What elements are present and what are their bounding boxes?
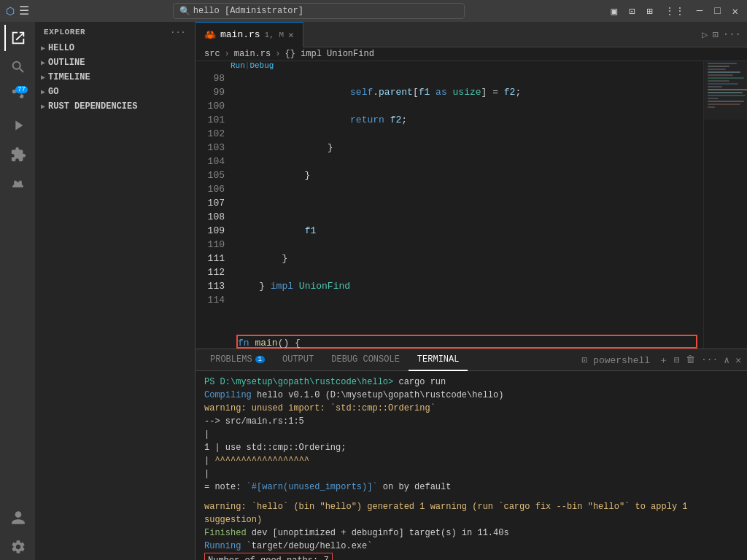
sidebar-item-timeline[interactable]: ▶ TIMELINE <box>35 70 195 85</box>
sidebar-title: EXPLORER <box>44 28 85 36</box>
activity-explorer-icon[interactable] <box>4 25 31 51</box>
terminal-line-14: Number of good paths: 7 <box>204 553 738 560</box>
main-layout: 77 EXPLORER ··· ▶ HELLO <box>0 22 747 560</box>
separator: | <box>245 61 250 70</box>
activity-settings-icon[interactable] <box>4 534 31 560</box>
code-content[interactable]: self.parent[f1 as usize] = f2; return f2… <box>231 71 703 349</box>
sidebar-item-go[interactable]: ▶ GO <box>35 85 195 99</box>
terminal-line-8: | <box>204 467 738 481</box>
breadcrumb-sep-1: › <box>225 49 230 59</box>
activity-test-icon[interactable] <box>4 174 31 200</box>
output-highlight: Number of good paths: 7 <box>204 553 333 560</box>
sidebar-more-icon[interactable]: ··· <box>171 28 186 36</box>
run-icon[interactable]: ▷ <box>702 28 708 41</box>
run-link[interactable]: Run <box>231 61 245 70</box>
terminal-line-13: Running `target/debug/hello.exe` <box>204 540 738 553</box>
sidebar-outline-label: OUTLINE <box>48 58 85 68</box>
sidebar-hello-label: HELLO <box>48 43 74 53</box>
minimize-button[interactable]: ─ <box>694 5 705 18</box>
sidebar-header: EXPLORER ··· <box>35 22 195 39</box>
breadcrumb-src[interactable]: src <box>204 49 220 59</box>
tab-close-icon[interactable]: ✕ <box>288 29 294 41</box>
terminal-line-10 <box>204 494 738 500</box>
activity-scm-icon[interactable]: 77 <box>4 83 31 109</box>
chevron-right-icon: ▶ <box>41 58 45 67</box>
layout3-icon[interactable]: ⊞ <box>643 5 655 18</box>
new-terminal-icon[interactable]: ＋ <box>659 354 668 367</box>
layout4-icon[interactable]: ⋮⋮ <box>662 5 688 18</box>
panel-tab-output[interactable]: OUTPUT <box>274 349 322 371</box>
hamburger-menu-icon[interactable]: ☰ <box>19 4 29 18</box>
search-icon: 🔍 <box>179 6 190 17</box>
terminal-content[interactable]: PS D:\mysetup\gopath\rustcode\hello> car… <box>196 371 747 560</box>
layout-split-icon[interactable]: ⊡ <box>712 28 718 41</box>
terminal-line-7: | ^^^^^^^^^^^^^^^^^^ <box>204 454 738 467</box>
sidebar-item-hello[interactable]: ▶ HELLO <box>35 41 195 55</box>
search-bar[interactable]: 🔍 hello [Administrator] <box>173 3 465 19</box>
more-terminal-icon[interactable]: ··· <box>701 354 718 365</box>
chevron-right-icon: ▶ <box>41 88 45 96</box>
terminal-line-1: PS D:\mysetup\gopath\rustcode\hello> car… <box>204 376 738 389</box>
terminal-label: TERMINAL <box>417 354 460 365</box>
split-terminal-icon[interactable]: ⊟ <box>674 354 680 366</box>
tab-label: main.rs <box>220 29 260 40</box>
chevron-up-icon[interactable]: ∧ <box>724 354 729 366</box>
panel-actions: ⊡ powershell ＋ ⊟ 🗑 ··· ∧ ✕ <box>581 354 741 367</box>
breadcrumb: src › main.rs › {} impl UnionFind <box>196 47 747 61</box>
activity-run-icon[interactable] <box>4 112 31 139</box>
breadcrumb-symbol[interactable]: {} impl UnionFind <box>285 49 374 59</box>
terminal-line-11: warning: `hello` (bin "hello") generated… <box>204 500 738 526</box>
chevron-right-icon: ▶ <box>41 102 45 111</box>
layout2-icon[interactable]: ⊡ <box>626 5 638 18</box>
breadcrumb-sep-2: › <box>275 49 280 59</box>
debug-console-label: DEBUG CONSOLE <box>331 354 400 365</box>
window-controls: ▣ ⊡ ⊞ ⋮⋮ ─ □ ✕ <box>608 5 741 18</box>
trash-icon[interactable]: 🗑 <box>686 354 695 365</box>
chevron-right-icon: ▶ <box>41 73 45 82</box>
code-editor[interactable]: Run | Debug 9899100101102 103104105106 1… <box>196 61 703 349</box>
svg-rect-16 <box>704 61 747 120</box>
sidebar: EXPLORER ··· ▶ HELLO ▶ OUTLINE ▶ TIMELIN… <box>35 22 196 560</box>
layout-icon[interactable]: ▣ <box>608 5 619 18</box>
sidebar-item-rust-deps[interactable]: ▶ RUST DEPENDENCIES <box>35 99 195 114</box>
tab-detail: 1, M <box>265 31 284 39</box>
shell-label: ⊡ powershell <box>581 354 650 366</box>
problems-badge: 1 <box>255 356 265 363</box>
terminal-line-3: warning: unused import: `std::cmp::Order… <box>204 402 738 415</box>
close-panel-icon[interactable]: ✕ <box>735 354 741 366</box>
tab-main-rs[interactable]: 🦀 main.rs 1, M ✕ <box>196 22 303 47</box>
terminal-line-4: --> src/main.rs:1:5 <box>204 415 738 428</box>
close-button[interactable]: ✕ <box>729 5 741 18</box>
more-actions-icon[interactable]: ··· <box>723 28 741 41</box>
sidebar-item-outline[interactable]: ▶ OUTLINE <box>35 55 195 70</box>
titlebar: ⬡ ☰ 🔍 hello [Administrator] ▣ ⊡ ⊞ ⋮⋮ ─ □… <box>0 0 747 22</box>
output-label: OUTPUT <box>282 354 314 365</box>
debug-link[interactable]: Debug <box>249 61 274 70</box>
panel-tab-terminal[interactable]: TERMINAL <box>409 349 468 371</box>
terminal-line-9: = note: `#[warn(unused_imports)]` on by … <box>204 481 738 494</box>
rust-file-icon: 🦀 <box>204 29 216 41</box>
minimap <box>703 61 747 349</box>
sidebar-rust-deps-label: RUST DEPENDENCIES <box>48 101 137 112</box>
activity-account-icon[interactable] <box>4 505 31 531</box>
search-text: hello [Administrator] <box>193 6 303 16</box>
sidebar-timeline-label: TIMELINE <box>48 72 90 82</box>
terminal-line-12: Finished dev [unoptimized + debuginfo] t… <box>204 526 738 540</box>
panel-tab-problems[interactable]: PROBLEMS 1 <box>201 349 274 371</box>
problems-label: PROBLEMS <box>210 354 252 365</box>
panel-tabs: PROBLEMS 1 OUTPUT DEBUG CONSOLE TERMINAL… <box>196 349 747 371</box>
activity-extensions-icon[interactable] <box>4 141 31 168</box>
sidebar-go-label: GO <box>48 87 58 97</box>
breadcrumb-file[interactable]: main.rs <box>234 49 271 59</box>
tab-bar: 🦀 main.rs 1, M ✕ ▷ ⊡ ··· <box>196 22 747 47</box>
panel: PROBLEMS 1 OUTPUT DEBUG CONSOLE TERMINAL… <box>196 349 747 560</box>
sidebar-section: ▶ HELLO ▶ OUTLINE ▶ TIMELINE ▶ GO ▶ RUST… <box>35 39 195 115</box>
scm-badge: 77 <box>15 86 28 93</box>
activity-search-icon[interactable] <box>4 54 31 80</box>
panel-tab-debug-console[interactable]: DEBUG CONSOLE <box>322 349 409 371</box>
tab-actions: ▷ ⊡ ··· <box>702 28 747 41</box>
terminal-line-6: 1 | use std::cmp::Ordering; <box>204 441 738 454</box>
line-numbers: 9899100101102 103104105106 107 108 109 1… <box>196 71 231 349</box>
terminal-line-2: Compiling hello v0.1.0 (D:\mysetup\gopat… <box>204 389 738 402</box>
maximize-button[interactable]: □ <box>711 5 723 18</box>
